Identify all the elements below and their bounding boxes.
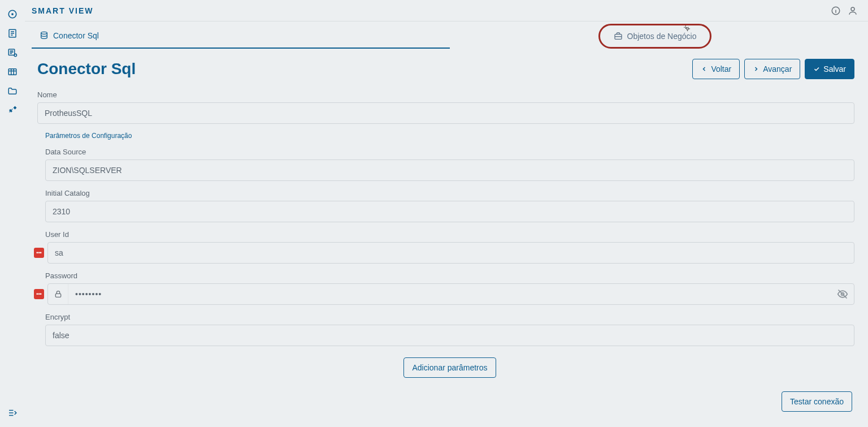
required-badge-icon: ••• (34, 248, 44, 258)
password-input[interactable]: •••••••• (68, 290, 831, 299)
back-button[interactable]: Voltar (692, 59, 740, 79)
database-icon (40, 31, 49, 40)
button-label: Adicionar parâmetros (412, 363, 487, 372)
nav-settings-list-icon[interactable] (0, 43, 25, 62)
chevron-left-icon (701, 66, 708, 72)
field-encrypt: Encrypt (42, 313, 858, 346)
svg-point-1 (11, 13, 14, 15)
page-title: Conector Sql (37, 60, 136, 78)
main-content: Conector Sql Objetos de Negócio Conector… (32, 24, 860, 427)
left-nav-rail (0, 0, 25, 427)
info-icon[interactable] (827, 2, 844, 19)
test-connection-row: Testar conexão (42, 391, 858, 412)
password-input-wrapper: •••••••• (47, 283, 854, 305)
data-source-label: Data Source (45, 148, 854, 156)
lock-icon (48, 284, 68, 304)
tab-label: Conector Sql (53, 31, 99, 40)
svg-point-4 (14, 54, 17, 57)
nav-report-icon[interactable] (0, 24, 25, 43)
button-label: Avançar (763, 64, 792, 74)
button-label: Voltar (711, 64, 731, 74)
briefcase-icon (614, 32, 623, 41)
cursor-icon (683, 24, 692, 35)
svg-point-8 (41, 32, 47, 34)
nav-plug-icon[interactable] (0, 101, 25, 120)
svg-rect-5 (8, 69, 16, 75)
chevron-right-icon (753, 66, 760, 72)
toggle-visibility-icon[interactable] (831, 284, 854, 304)
name-label: Nome (37, 90, 854, 99)
app-title: SMART VIEW (32, 6, 93, 15)
config-section-label: Parâmetros de Configuração (45, 132, 858, 140)
field-name: Nome (34, 90, 858, 124)
nav-collapse-icon[interactable] (0, 403, 25, 422)
encrypt-input[interactable] (45, 325, 854, 346)
user-id-input[interactable] (47, 242, 854, 264)
svg-point-7 (851, 7, 854, 11)
save-button[interactable]: Salvar (805, 59, 854, 79)
button-label: Testar conexão (790, 397, 844, 406)
logo-icon[interactable] (0, 5, 25, 24)
page-header-row: Conector Sql Voltar Avançar Salvar (34, 59, 858, 79)
tab-connector-sql[interactable]: Conector Sql (32, 24, 450, 49)
svg-rect-10 (55, 294, 60, 297)
field-data-source: Data Source (42, 148, 858, 181)
test-connection-button[interactable]: Testar conexão (782, 391, 852, 412)
password-label: Password (45, 271, 854, 280)
nav-table-icon[interactable] (0, 62, 25, 81)
add-params-button[interactable]: Adicionar parâmetros (403, 357, 496, 378)
page-body: Conector Sql Voltar Avançar Salvar Nome … (32, 49, 860, 423)
user-icon[interactable] (844, 2, 861, 19)
add-params-row: Adicionar parâmetros (42, 357, 858, 378)
button-label: Salvar (823, 64, 846, 74)
required-badge-icon: ••• (34, 289, 44, 299)
nav-folder-icon[interactable] (0, 81, 25, 101)
forward-button[interactable]: Avançar (744, 59, 800, 79)
field-user-id: User Id ••• (42, 230, 858, 264)
top-header: SMART VIEW (25, 0, 868, 21)
initial-catalog-label: Initial Catalog (45, 189, 854, 197)
data-source-input[interactable] (45, 159, 854, 181)
encrypt-label: Encrypt (45, 313, 854, 321)
config-params-block: Data Source Initial Catalog User Id ••• … (34, 148, 858, 412)
check-icon (813, 66, 820, 72)
user-id-label: User Id (45, 230, 854, 239)
initial-catalog-input[interactable] (45, 201, 854, 222)
tabs-row: Conector Sql Objetos de Negócio (32, 24, 860, 49)
field-password: Password ••• •••••••• (42, 271, 858, 305)
field-initial-catalog: Initial Catalog (42, 189, 858, 222)
name-input[interactable] (37, 102, 854, 124)
tab-business-objects[interactable]: Objetos de Negócio (450, 24, 860, 49)
